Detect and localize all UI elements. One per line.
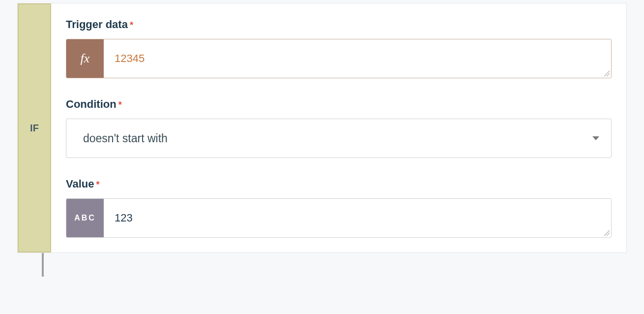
if-label-bar: IF bbox=[18, 3, 51, 252]
condition-select[interactable]: doesn't start with bbox=[66, 119, 612, 158]
value-input[interactable] bbox=[104, 199, 611, 237]
required-asterisk: * bbox=[96, 180, 99, 189]
fields-area: Trigger data* fx C bbox=[51, 3, 626, 252]
text-type-icon[interactable]: ABC bbox=[66, 199, 104, 237]
value-input-row: ABC bbox=[66, 198, 612, 238]
abc-icon-text: ABC bbox=[74, 214, 96, 222]
trigger-data-input-wrapper bbox=[104, 39, 611, 78]
value-label-text: Value bbox=[66, 178, 94, 190]
trigger-data-input[interactable] bbox=[104, 39, 611, 78]
condition-label: Condition* bbox=[66, 98, 612, 111]
value-label: Value* bbox=[66, 178, 612, 190]
chevron-down-icon bbox=[592, 136, 599, 140]
required-asterisk: * bbox=[130, 20, 133, 30]
if-label-text: IF bbox=[30, 123, 39, 134]
flow-connector bbox=[42, 253, 44, 277]
trigger-data-label-text: Trigger data bbox=[66, 18, 128, 31]
condition-label-text: Condition bbox=[66, 98, 117, 110]
condition-select-value: doesn't start with bbox=[83, 132, 168, 145]
value-input-wrapper bbox=[104, 199, 611, 237]
trigger-data-field: Trigger data* fx bbox=[66, 18, 612, 78]
trigger-data-label: Trigger data* bbox=[66, 18, 612, 31]
formula-icon[interactable]: fx bbox=[66, 39, 104, 78]
fx-icon-text: fx bbox=[81, 51, 90, 66]
if-condition-block: IF Trigger data* fx bbox=[17, 3, 627, 253]
condition-field: Condition* doesn't start with bbox=[66, 98, 612, 158]
value-field: Value* ABC bbox=[66, 178, 612, 238]
trigger-data-input-row: fx bbox=[66, 39, 612, 78]
required-asterisk: * bbox=[118, 100, 122, 110]
